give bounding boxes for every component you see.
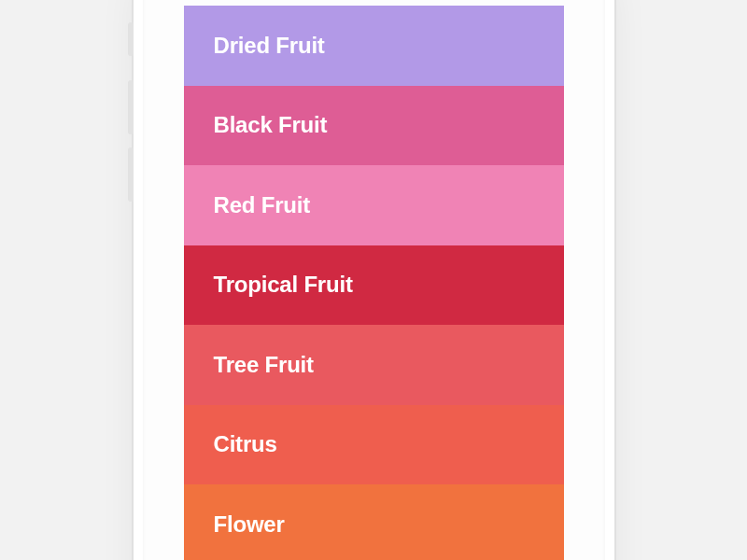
list-item-tree-fruit[interactable]: Tree Fruit <box>184 325 564 405</box>
screen: Dried Fruit Black Fruit Red Fruit Tropic… <box>184 6 564 560</box>
list-item-red-fruit[interactable]: Red Fruit <box>184 165 564 245</box>
volume-down-button[interactable] <box>128 147 134 202</box>
list-item-dried-fruit[interactable]: Dried Fruit <box>184 6 564 86</box>
phone-inner: Dried Fruit Black Fruit Red Fruit Tropic… <box>143 0 605 560</box>
list-item-label: Tree Fruit <box>214 352 314 378</box>
list-item-label: Flower <box>214 511 285 538</box>
list-item-tropical-fruit[interactable]: Tropical Fruit <box>184 245 564 326</box>
volume-up-button[interactable] <box>128 80 134 134</box>
mute-switch[interactable] <box>128 22 134 56</box>
list-item-flower[interactable]: Flower <box>184 484 564 560</box>
list-item-label: Tropical Fruit <box>214 272 353 298</box>
list-item-citrus[interactable]: Citrus <box>184 405 564 485</box>
list-item-label: Dried Fruit <box>214 33 325 59</box>
list-item-label: Black Fruit <box>214 112 328 138</box>
list-item-black-fruit[interactable]: Black Fruit <box>184 86 564 166</box>
phone-frame: Dried Fruit Black Fruit Red Fruit Tropic… <box>134 0 614 560</box>
category-list: Dried Fruit Black Fruit Red Fruit Tropic… <box>184 6 564 560</box>
list-item-label: Citrus <box>214 431 277 457</box>
list-item-label: Red Fruit <box>214 192 311 218</box>
